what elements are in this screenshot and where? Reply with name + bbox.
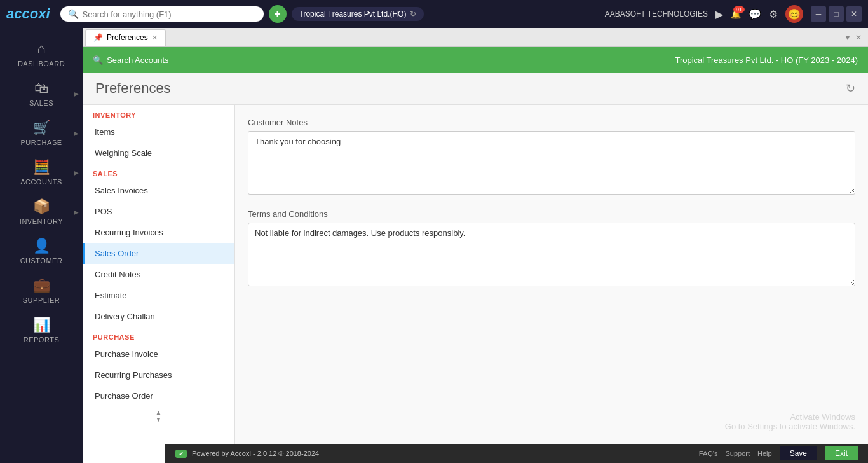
nav-item-recurring-purchases[interactable]: Recurring Purchases (83, 364, 234, 385)
sidebar-item-accounts[interactable]: 🧮 ACCOUNTS ▶ (0, 153, 83, 192)
footer-right: FAQ's Support Help Save Exit (699, 446, 858, 460)
nav-scroll-up-button[interactable]: ▲ (156, 409, 162, 416)
top-bar: accoxi 🔍 + Tropical Treasures Pvt Ltd.(H… (0, 0, 868, 28)
search-input[interactable] (83, 10, 256, 19)
sidebar-item-label: SUPPLIER (23, 296, 60, 304)
nav-item-delivery-challan[interactable]: Delivery Challan (83, 306, 234, 327)
dashboard-icon: ⌂ (37, 41, 45, 57)
customer-notes-section: Customer Notes Thank you for choosing (248, 118, 855, 197)
terms-section: Terms and Conditions Not liable for indi… (248, 209, 855, 288)
supplier-icon: 💼 (33, 277, 50, 294)
sidebar-item-label: REPORTS (24, 336, 59, 343)
sidebar-item-label: DASHBOARD (18, 60, 65, 67)
reports-icon: 📊 (33, 317, 50, 333)
nav-item-sales-invoices[interactable]: Sales Invoices (83, 180, 234, 201)
avatar-image: 😊 (788, 8, 801, 20)
sidebar-item-dashboard[interactable]: ⌂ DASHBOARD (0, 34, 83, 74)
company-refresh-icon[interactable]: ↻ (410, 10, 416, 18)
chat-icon[interactable]: 💬 (749, 8, 761, 20)
company-selector-name: Tropical Treasures Pvt Ltd.(HO) (299, 10, 407, 18)
arrow-icon: ▶ (715, 8, 723, 20)
nav-item-items[interactable]: Items (83, 121, 234, 142)
app-logo: accoxi (6, 6, 50, 22)
customer-notes-label: Customer Notes (248, 118, 855, 127)
avatar[interactable]: 😊 (785, 5, 803, 23)
notification-button[interactable]: 🔔 91 (731, 10, 741, 19)
sidebar-item-label: CUSTOMER (20, 257, 63, 265)
nav-item-recurring-invoices[interactable]: Recurring Invoices (83, 222, 234, 243)
nav-section-purchase: PURCHASE (83, 327, 234, 343)
footer: ✓ Powered by Accoxi - 2.0.12 © 2018-2024… (165, 444, 868, 463)
nav-item-credit-notes[interactable]: Credit Notes (83, 264, 234, 285)
footer-powered-by: Powered by Accoxi - 2.0.12 © 2018-2024 (192, 450, 319, 457)
footer-left: ✓ Powered by Accoxi - 2.0.12 © 2018-2024 (175, 450, 319, 458)
sidebar: ⌂ DASHBOARD 🛍 SALES ▶ 🛒 PURCHASE ▶ 🧮 ACC… (0, 28, 83, 463)
tab-pin-icon: 📌 (93, 33, 103, 42)
nav-item-weighing-scale[interactable]: Weighing Scale (83, 142, 234, 163)
arrow-icon: ▶ (74, 130, 79, 137)
tab-close-all-button[interactable]: ✕ (855, 33, 865, 42)
sidebar-item-label: INVENTORY (20, 218, 63, 225)
exit-button[interactable]: Exit (825, 446, 858, 460)
company-info-label: Tropical Treasures Pvt Ltd. - HO (FY 202… (675, 55, 858, 65)
arrow-icon: ▶ (74, 169, 79, 176)
search-accounts-button[interactable]: 🔍 Search Accounts (93, 55, 169, 65)
customer-icon: 👤 (33, 238, 50, 254)
search-bar[interactable]: 🔍 (60, 6, 264, 22)
notification-badge: 91 (733, 6, 745, 13)
save-button[interactable]: Save (780, 446, 817, 460)
company-selector[interactable]: Tropical Treasures Pvt Ltd.(HO) ↻ (292, 7, 424, 21)
arrow-icon: ▶ (74, 90, 79, 97)
customer-notes-textarea[interactable]: Thank you for choosing (248, 131, 855, 195)
content-area: INVENTORY Items Weighing Scale SALES Sal… (83, 105, 868, 463)
tab-bar: 📌 Preferences ✕ ▼ ✕ (83, 28, 868, 47)
page-header: Preferences ↻ (83, 73, 868, 105)
company-name-label: AABASOFT TECHNOLOGIES (605, 10, 708, 18)
accounts-icon: 🧮 (33, 159, 50, 176)
sidebar-item-label: SALES (29, 99, 53, 107)
sidebar-item-label: PURCHASE (20, 139, 62, 146)
nav-scroll-controls: ▲ ▼ (83, 406, 234, 425)
tab-preferences[interactable]: 📌 Preferences ✕ (85, 29, 166, 46)
terms-textarea[interactable]: Not liable for indirect damages. Use pro… (248, 223, 855, 286)
top-right: AABASOFT TECHNOLOGIES ▶ 🔔 91 💬 ⚙ 😊 ─ □ ✕ (605, 5, 862, 23)
purchase-icon: 🛒 (33, 120, 50, 136)
green-header: 🔍 Search Accounts Tropical Treasures Pvt… (83, 47, 868, 73)
search-icon: 🔍 (68, 9, 79, 19)
nav-item-estimate[interactable]: Estimate (83, 285, 234, 306)
sidebar-item-supplier[interactable]: 💼 SUPPLIER (0, 271, 83, 310)
sidebar-item-reports[interactable]: 📊 REPORTS (0, 310, 83, 350)
refresh-button[interactable]: ↻ (846, 81, 855, 95)
sidebar-item-inventory[interactable]: 📦 INVENTORY ▶ (0, 192, 83, 232)
sidebar-item-purchase[interactable]: 🛒 PURCHASE ▶ (0, 113, 83, 153)
nav-item-purchase-invoice[interactable]: Purchase Invoice (83, 343, 234, 364)
add-button[interactable]: + (269, 5, 287, 23)
minimize-button[interactable]: ─ (811, 6, 826, 22)
window-controls: ─ □ ✕ (811, 6, 862, 22)
footer-logo: ✓ (175, 450, 187, 458)
maximize-button[interactable]: □ (829, 6, 844, 22)
search-icon: 🔍 (93, 55, 103, 65)
inventory-icon: 📦 (33, 198, 50, 215)
main-area: 📌 Preferences ✕ ▼ ✕ 🔍 Search Accounts Tr… (83, 28, 868, 463)
search-accounts-label: Search Accounts (107, 55, 169, 65)
sidebar-item-sales[interactable]: 🛍 SALES ▶ (0, 74, 83, 113)
nav-section-inventory: INVENTORY (83, 105, 234, 121)
tab-close-button[interactable]: ✕ (152, 34, 158, 42)
sidebar-item-label: ACCOUNTS (20, 178, 62, 186)
support-link[interactable]: Support (725, 450, 750, 457)
nav-item-pos[interactable]: POS (83, 201, 234, 222)
left-nav: INVENTORY Items Weighing Scale SALES Sal… (83, 105, 235, 463)
tab-label: Preferences (107, 33, 148, 42)
nav-item-sales-order[interactable]: Sales Order (83, 243, 234, 264)
help-link[interactable]: Help (757, 450, 772, 457)
tab-dropdown-icon[interactable]: ▼ (844, 33, 855, 42)
nav-item-purchase-order[interactable]: Purchase Order (83, 385, 234, 406)
close-button[interactable]: ✕ (846, 6, 862, 22)
sidebar-item-customer[interactable]: 👤 CUSTOMER (0, 232, 83, 271)
sales-icon: 🛍 (34, 80, 48, 97)
faqs-link[interactable]: FAQ's (699, 450, 718, 457)
terms-label: Terms and Conditions (248, 209, 855, 219)
settings-icon[interactable]: ⚙ (769, 8, 778, 20)
nav-scroll-down-button[interactable]: ▼ (156, 416, 162, 423)
